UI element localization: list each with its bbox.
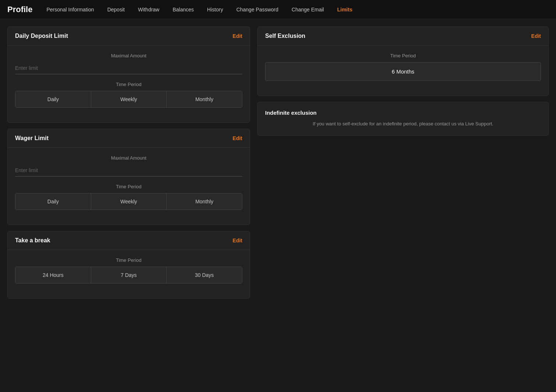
nav-withdraw[interactable]: Withdraw bbox=[133, 4, 164, 15]
wager-period-monthly[interactable]: Monthly bbox=[167, 193, 242, 210]
take-a-break-time-period-section: Time Period 24 Hours 7 Days 30 Days bbox=[15, 257, 242, 284]
daily-deposit-period-monthly[interactable]: Monthly bbox=[167, 91, 242, 107]
take-a-break-body: Time Period 24 Hours 7 Days 30 Days bbox=[8, 250, 250, 298]
daily-deposit-time-period-label: Time Period bbox=[15, 82, 242, 87]
take-a-break-header: Take a break Edit bbox=[8, 231, 250, 250]
daily-deposit-limit-edit-button[interactable]: Edit bbox=[233, 33, 242, 39]
take-a-break-title: Take a break bbox=[15, 237, 50, 244]
nav-deposit[interactable]: Deposit bbox=[102, 4, 130, 15]
take-a-break-edit-button[interactable]: Edit bbox=[233, 238, 242, 243]
wager-limit-body: Maximal Amount Enter limit Time Period D… bbox=[8, 148, 250, 225]
self-exclusion-header: Self Exclusion Edit bbox=[258, 27, 548, 46]
take-a-break-period-30d[interactable]: 30 Days bbox=[167, 267, 242, 283]
daily-deposit-period-weekly[interactable]: Weekly bbox=[91, 91, 167, 107]
self-exclusion-edit-button[interactable]: Edit bbox=[531, 33, 541, 39]
take-a-break-period-24h[interactable]: 24 Hours bbox=[15, 267, 91, 283]
daily-deposit-period-buttons: Daily Weekly Monthly bbox=[15, 91, 242, 108]
wager-limit-edit-button[interactable]: Edit bbox=[233, 135, 242, 141]
self-exclusion-card: Self Exclusion Edit Time Period 6 Months bbox=[257, 26, 549, 96]
nav-personal-information[interactable]: Personal Information bbox=[41, 4, 99, 15]
nav-change-email[interactable]: Change Email bbox=[286, 4, 329, 15]
self-exclusion-time-period-section: Time Period 6 Months bbox=[265, 53, 541, 81]
daily-deposit-time-period-section: Time Period Daily Weekly Monthly bbox=[15, 82, 242, 108]
daily-deposit-period-daily[interactable]: Daily bbox=[15, 91, 91, 107]
right-column: Self Exclusion Edit Time Period 6 Months… bbox=[257, 26, 549, 299]
wager-period-weekly[interactable]: Weekly bbox=[91, 193, 167, 210]
indefinite-exclusion-title: Indefinite exclusion bbox=[265, 110, 541, 116]
take-a-break-period-buttons: 24 Hours 7 Days 30 Days bbox=[15, 267, 242, 284]
wager-limit-title: Wager Limit bbox=[15, 135, 49, 142]
wager-period-buttons: Daily Weekly Monthly bbox=[15, 193, 242, 210]
self-exclusion-period-select[interactable]: 6 Months bbox=[265, 62, 541, 81]
left-column: Daily Deposit Limit Edit Maximal Amount … bbox=[7, 26, 250, 299]
wager-maximal-amount-label: Maximal Amount bbox=[15, 155, 242, 161]
navbar: Profile Personal Information Deposit Wit… bbox=[0, 0, 556, 19]
nav-balances[interactable]: Balances bbox=[167, 4, 199, 15]
wager-period-daily[interactable]: Daily bbox=[15, 193, 91, 210]
nav-limits[interactable]: Limits bbox=[332, 4, 357, 15]
wager-time-period-section: Time Period Daily Weekly Monthly bbox=[15, 184, 242, 210]
main-content: Daily Deposit Limit Edit Maximal Amount … bbox=[0, 19, 556, 306]
navbar-brand: Profile bbox=[7, 5, 32, 14]
take-a-break-time-period-label: Time Period bbox=[15, 257, 242, 263]
daily-deposit-limit-header: Daily Deposit Limit Edit bbox=[8, 27, 250, 46]
daily-deposit-limit-body: Maximal Amount Enter limit Time Period D… bbox=[8, 46, 250, 122]
wager-limit-input[interactable]: Enter limit bbox=[15, 164, 242, 177]
nav-change-password[interactable]: Change Password bbox=[231, 4, 284, 15]
wager-limit-card: Wager Limit Edit Maximal Amount Enter li… bbox=[7, 129, 250, 225]
wager-time-period-label: Time Period bbox=[15, 184, 242, 189]
indefinite-exclusion-card: Indefinite exclusion If you want to self… bbox=[257, 102, 549, 136]
wager-input-wrapper: Enter limit bbox=[15, 164, 242, 177]
self-exclusion-body: Time Period 6 Months bbox=[258, 46, 548, 96]
indefinite-exclusion-description: If you want to self-exclude for an indef… bbox=[265, 120, 541, 128]
take-a-break-card: Take a break Edit Time Period 24 Hours 7… bbox=[7, 231, 250, 299]
daily-deposit-maximal-amount-section: Maximal Amount Enter limit bbox=[15, 53, 242, 74]
daily-deposit-limit-card: Daily Deposit Limit Edit Maximal Amount … bbox=[7, 26, 250, 123]
daily-deposit-input-wrapper: Enter limit bbox=[15, 62, 242, 74]
take-a-break-period-7d[interactable]: 7 Days bbox=[91, 267, 167, 283]
daily-deposit-limit-title: Daily Deposit Limit bbox=[15, 33, 68, 39]
wager-maximal-amount-section: Maximal Amount Enter limit bbox=[15, 155, 242, 177]
wager-limit-header: Wager Limit Edit bbox=[8, 129, 250, 148]
daily-deposit-maximal-amount-label: Maximal Amount bbox=[15, 53, 242, 58]
nav-history[interactable]: History bbox=[202, 4, 228, 15]
self-exclusion-time-period-label: Time Period bbox=[265, 53, 541, 58]
daily-deposit-limit-input[interactable]: Enter limit bbox=[15, 62, 242, 74]
self-exclusion-title: Self Exclusion bbox=[265, 33, 305, 39]
